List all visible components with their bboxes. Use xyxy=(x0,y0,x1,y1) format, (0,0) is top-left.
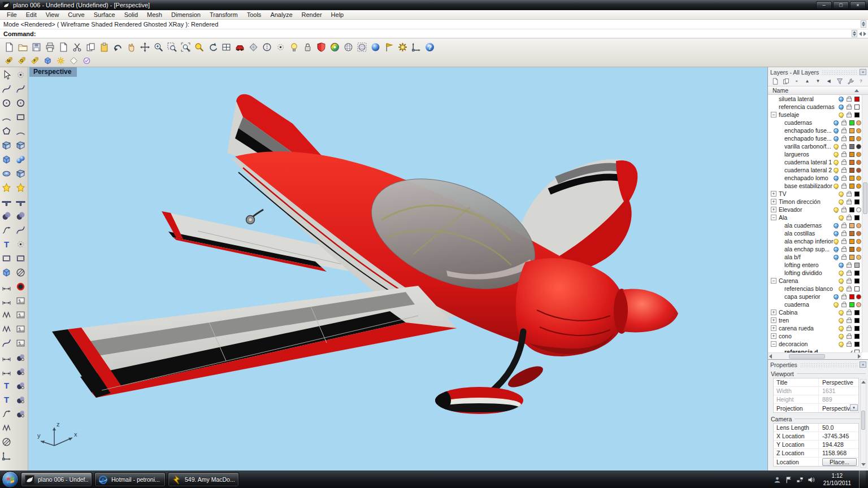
layer-color-swatch[interactable] xyxy=(849,231,854,236)
render-button[interactable] xyxy=(314,40,328,54)
color-wheel-button[interactable] xyxy=(328,40,341,54)
layer-lock-icon[interactable] xyxy=(841,177,847,181)
polyline-tool[interactable] xyxy=(0,323,13,336)
layer-lock-icon[interactable] xyxy=(847,287,852,291)
curve-tool[interactable] xyxy=(0,82,13,95)
material-dots-tool[interactable] xyxy=(14,365,27,378)
layer-visibility-bulb-icon[interactable] xyxy=(834,231,839,236)
hatch-circle-tool[interactable] xyxy=(0,435,13,448)
layers-panel-close-icon[interactable]: × xyxy=(860,69,866,75)
layer-lock-icon[interactable] xyxy=(841,240,847,244)
layer-visibility-bulb-icon[interactable] xyxy=(834,144,839,149)
layer-color-swatch[interactable] xyxy=(854,263,860,268)
perspective-viewport[interactable]: Perspective xyxy=(28,67,767,470)
layer-color-swatch[interactable] xyxy=(849,239,854,244)
layer-visibility-bulb-icon[interactable] xyxy=(839,191,844,197)
layer-lock-icon[interactable] xyxy=(841,129,847,133)
point-tool[interactable] xyxy=(14,68,27,81)
layer-expander[interactable]: − xyxy=(771,112,776,117)
layers-vertical-scrollbar[interactable] xyxy=(862,95,868,352)
layer-color-swatch[interactable] xyxy=(854,310,860,315)
scroll-right-icon[interactable] xyxy=(858,354,861,359)
tag-f-button[interactable]: F xyxy=(28,55,41,66)
taskbar-hotmail-button[interactable]: Hotmail - petroni... xyxy=(94,472,166,487)
layer-row[interactable]: + tren xyxy=(768,316,862,324)
layer-material-swatch[interactable] xyxy=(856,184,861,189)
layer-visibility-bulb-icon[interactable] xyxy=(839,104,844,110)
surface-tool[interactable] xyxy=(0,139,13,152)
layers-help-button[interactable]: ? xyxy=(857,77,865,85)
user-tray-icon[interactable] xyxy=(773,476,782,484)
layer-color-swatch[interactable] xyxy=(854,342,860,347)
layer-color-swatch[interactable] xyxy=(849,255,854,260)
fair-curve-tool[interactable] xyxy=(0,337,13,350)
layer-expander[interactable]: + xyxy=(771,317,776,323)
move-down-button[interactable]: ▼ xyxy=(814,77,822,85)
layer-row[interactable]: referencias blanco xyxy=(768,285,862,293)
layer-expander[interactable]: + xyxy=(771,191,776,197)
layer-color-swatch[interactable] xyxy=(849,128,854,133)
layer-material-swatch[interactable] xyxy=(856,144,861,149)
copy-button[interactable] xyxy=(84,40,97,54)
command-line[interactable]: Command: xyxy=(0,29,868,38)
layer-color-swatch[interactable] xyxy=(854,199,860,204)
help-button[interactable] xyxy=(423,40,436,54)
tag-o-button[interactable]: O xyxy=(15,55,28,66)
layer-color-swatch[interactable] xyxy=(849,247,854,252)
layer-material-swatch[interactable] xyxy=(856,120,861,125)
layer-material-swatch[interactable] xyxy=(856,136,861,141)
layer-visibility-bulb-icon[interactable] xyxy=(839,334,844,339)
layer-row[interactable]: − fuselaje xyxy=(768,111,862,119)
view-set-tool[interactable] xyxy=(14,323,27,336)
layer-visibility-bulb-icon[interactable] xyxy=(834,168,839,173)
layer-visibility-bulb-icon[interactable] xyxy=(834,302,839,307)
arc-tool[interactable] xyxy=(0,111,13,124)
curve-boolean-tool[interactable] xyxy=(0,224,13,237)
layer-lock-icon[interactable] xyxy=(847,98,852,102)
layer-row[interactable]: − Ala xyxy=(768,213,862,221)
layer-color-swatch[interactable] xyxy=(849,136,854,141)
layer-tools-button[interactable] xyxy=(846,77,854,85)
menu-tools[interactable]: Tools xyxy=(242,11,266,19)
layer-color-swatch[interactable] xyxy=(854,326,860,331)
layer-visibility-bulb-icon[interactable] xyxy=(839,286,844,291)
patch-tool[interactable] xyxy=(14,167,27,180)
command-scroll[interactable] xyxy=(852,30,857,37)
layer-material-swatch[interactable] xyxy=(856,160,861,165)
layer-material-swatch[interactable] xyxy=(856,152,861,157)
explode-tool[interactable] xyxy=(0,181,13,194)
sun-button[interactable] xyxy=(54,55,67,66)
rectangle-tool[interactable] xyxy=(14,111,27,124)
undo-button[interactable] xyxy=(111,40,124,54)
layer-expander[interactable]: + xyxy=(771,310,776,315)
layer-visibility-bulb-icon[interactable] xyxy=(839,342,844,347)
layer-row[interactable]: ala cuadernas xyxy=(768,221,862,229)
layer-material-swatch[interactable] xyxy=(856,168,861,173)
layer-row[interactable]: − Carena xyxy=(768,277,862,285)
join-tool[interactable] xyxy=(14,195,27,208)
network-tray-icon[interactable] xyxy=(796,476,804,484)
menu-solid[interactable]: Solid xyxy=(120,11,142,19)
layer-lock-icon[interactable] xyxy=(847,216,852,220)
layer-expander[interactable]: + xyxy=(771,325,776,331)
layer-visibility-bulb-icon[interactable] xyxy=(839,215,844,220)
layer-color-swatch[interactable] xyxy=(849,144,854,149)
split-tool[interactable] xyxy=(0,195,13,208)
layer-lock-icon[interactable] xyxy=(847,272,852,276)
menu-mesh[interactable]: Mesh xyxy=(142,11,167,19)
menu-curve[interactable]: Curve xyxy=(63,11,89,19)
collapse-button[interactable]: ◀ xyxy=(824,77,833,85)
layer-visibility-bulb-icon[interactable] xyxy=(834,184,839,189)
boolean-union-tool[interactable] xyxy=(0,210,13,223)
layer-row[interactable]: + Elevador xyxy=(768,206,862,213)
hatch-tool[interactable] xyxy=(14,266,27,279)
layer-visibility-bulb-icon[interactable] xyxy=(834,207,839,212)
properties-scrollbar[interactable] xyxy=(860,379,866,468)
layer-row[interactable]: largueros xyxy=(768,150,862,158)
layer-material-swatch[interactable] xyxy=(856,302,861,307)
layer-material-swatch[interactable] xyxy=(856,128,861,133)
layer-row[interactable]: cuaderna lateral 2 xyxy=(768,166,862,174)
named-views-button[interactable] xyxy=(233,40,246,54)
layer-lock-icon[interactable] xyxy=(847,280,852,284)
taskbar-clock[interactable]: 1:12 21/10/2011 xyxy=(819,472,856,487)
